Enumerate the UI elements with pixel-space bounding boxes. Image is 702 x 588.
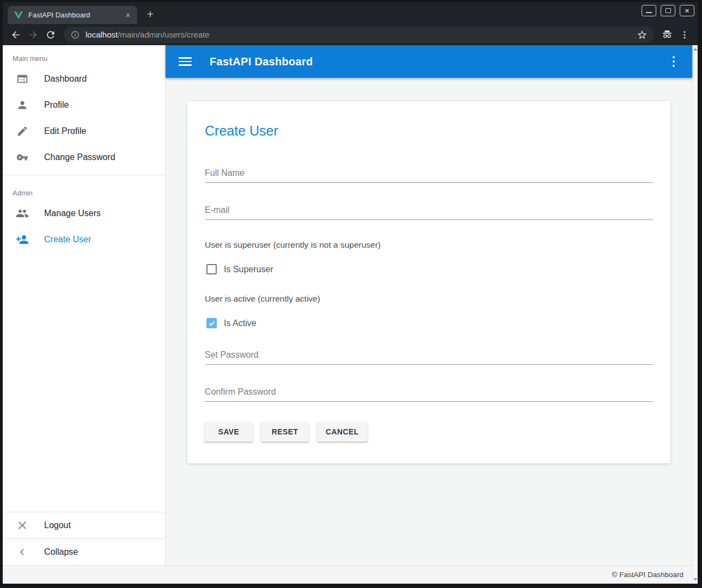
superuser-hint: User is superuser (currently is not a su… [205, 240, 653, 250]
browser-toolbar: localhost/main/admin/users/create [3, 24, 698, 45]
window-minimize-button[interactable] [642, 5, 656, 16]
app-bar: FastAPI Dashboard [166, 45, 692, 78]
site-info-icon[interactable] [70, 30, 80, 40]
address-bar[interactable]: localhost/main/admin/users/create [64, 27, 654, 43]
scroll-up-icon[interactable] [693, 48, 698, 51]
cancel-button[interactable]: CANCEL [317, 422, 368, 442]
page-scrollbar[interactable] [692, 45, 698, 584]
sidebar-item-create-user[interactable]: Create User [3, 226, 165, 253]
sidebar-item-label: Change Password [44, 152, 115, 162]
arrow-back-icon [10, 29, 21, 40]
person-add-icon [16, 233, 29, 246]
dashboard-icon [16, 72, 29, 85]
set-password-field [205, 348, 653, 365]
form-actions: SAVE RESET CANCEL [205, 422, 653, 442]
checkbox-unchecked-icon[interactable] [206, 264, 217, 274]
footer: © FastAPI Dashboard [3, 565, 692, 584]
page: Main menu Dashboard Profile [3, 45, 698, 584]
url-path: /main/admin/users/create [118, 30, 209, 39]
person-icon [16, 99, 29, 112]
sidebar-divider [3, 175, 165, 175]
browser-menu-button[interactable] [676, 26, 693, 44]
page-title: Create User [205, 123, 653, 139]
sidebar-item-logout[interactable]: Logout [3, 512, 165, 538]
vue-logo-icon [14, 11, 23, 20]
url-text[interactable]: localhost/main/admin/users/create [86, 30, 633, 39]
set-password-input[interactable] [205, 348, 653, 365]
window-close-button[interactable]: × [680, 5, 694, 16]
scroll-down-icon[interactable] [693, 578, 698, 581]
star-icon [637, 29, 648, 40]
window-maximize-button[interactable] [661, 5, 675, 16]
sidebar-item-label: Manage Users [44, 209, 101, 218]
confirm-password-input[interactable] [205, 385, 653, 402]
maximize-icon [666, 8, 671, 13]
kebab-menu-icon [680, 30, 689, 40]
checkbox-checked-icon[interactable] [206, 318, 217, 328]
sidebar-item-label: Collapse [44, 547, 78, 557]
sidebar-item-change-password[interactable]: Change Password [3, 144, 165, 170]
content-area: Create User User is superuser (currently… [166, 78, 692, 565]
arrow-forward-icon [28, 29, 39, 40]
sidebar-item-label: Logout [44, 520, 71, 530]
save-button[interactable]: SAVE [205, 422, 253, 442]
main-area: FastAPI Dashboard Create User [166, 45, 692, 565]
sidebar-item-profile[interactable]: Profile [3, 92, 165, 118]
confirm-password-field [205, 385, 653, 402]
browser-tab[interactable]: FastAPI Dashboard × [8, 6, 137, 24]
email-input[interactable] [205, 203, 653, 220]
app-title: FastAPI Dashboard [210, 56, 313, 68]
sidebar-item-collapse[interactable]: Collapse [3, 539, 165, 565]
sidebar-item-dashboard[interactable]: Dashboard [3, 66, 165, 92]
is-active-checkbox-row[interactable]: Is Active [206, 318, 653, 328]
reload-button[interactable] [42, 26, 59, 44]
appbar-menu-button[interactable] [670, 54, 677, 70]
reload-icon [45, 29, 56, 40]
minimize-icon [646, 12, 652, 13]
bookmark-button[interactable] [633, 26, 651, 44]
copyright-text: © FastAPI Dashboard [612, 571, 683, 579]
tab-close-icon[interactable]: × [123, 10, 133, 20]
create-user-card: Create User User is superuser (currently… [187, 101, 670, 463]
tab-strip: FastAPI Dashboard × + × [3, 2, 698, 24]
forward-button[interactable] [25, 26, 42, 44]
sidebar-item-manage-users[interactable]: Manage Users [3, 200, 165, 226]
reset-button[interactable]: RESET [261, 422, 309, 442]
incognito-icon [661, 29, 673, 41]
sidebar-item-edit-profile[interactable]: Edit Profile [3, 118, 165, 144]
full-name-input[interactable] [205, 166, 653, 183]
group-icon [16, 207, 29, 220]
email-field [205, 203, 653, 220]
window-controls: × [642, 5, 694, 16]
chevron-left-icon [16, 546, 29, 559]
sidebar-item-label: Edit Profile [44, 126, 86, 136]
sidebar-section-admin: Admin [3, 180, 165, 200]
checkbox-label: Is Active [224, 318, 257, 328]
new-tab-button[interactable]: + [143, 7, 158, 22]
pencil-icon [16, 125, 29, 138]
close-x-icon [16, 519, 29, 532]
tab-title: FastAPI Dashboard [28, 11, 123, 19]
is-superuser-checkbox-row[interactable]: Is Superuser [206, 264, 653, 274]
url-host: localhost [86, 30, 118, 39]
sidebar-item-label: Create User [44, 235, 91, 244]
incognito-indicator [658, 26, 676, 44]
sidebar-spacer [3, 253, 165, 512]
sidebar-item-label: Profile [44, 100, 69, 110]
sidebar-section-main-menu: Main menu [3, 45, 165, 66]
close-icon: × [685, 7, 689, 14]
hamburger-menu-icon[interactable] [179, 57, 192, 66]
full-name-field [205, 166, 653, 183]
sidebar-bottom: Logout Collapse [3, 512, 165, 565]
active-hint: User is active (currently active) [205, 294, 653, 304]
browser-window: FastAPI Dashboard × + × localhost/main/a… [3, 2, 698, 584]
sidebar-item-label: Dashboard [44, 74, 87, 84]
back-button[interactable] [7, 26, 25, 44]
key-icon [16, 151, 29, 164]
sidebar: Main menu Dashboard Profile [3, 45, 166, 565]
checkbox-label: Is Superuser [224, 265, 273, 274]
